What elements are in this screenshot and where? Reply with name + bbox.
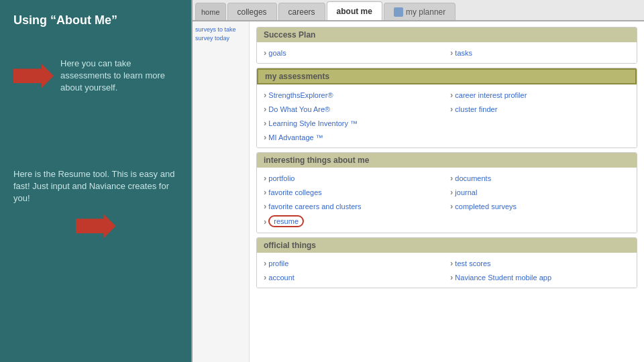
completed-surveys-link[interactable]: completed surveys bbox=[450, 200, 630, 213]
browser-panel: home colleges careers about me my planne… bbox=[191, 0, 644, 362]
favorite-careers-link[interactable]: favorite careers and clusters bbox=[264, 200, 443, 213]
success-plan-header: Success Plan bbox=[257, 27, 637, 42]
empty-cell-1 bbox=[450, 117, 630, 129]
test-scores-link[interactable]: test scores bbox=[450, 257, 630, 269]
browser-tabs: home colleges careers about me my planne… bbox=[193, 0, 644, 21]
tab-home[interactable]: home bbox=[195, 3, 226, 20]
tab-careers[interactable]: careers bbox=[278, 3, 325, 20]
success-plan-section: Success Plan goals tasks bbox=[256, 27, 637, 64]
goals-link[interactable]: goals bbox=[264, 46, 443, 59]
assessments-header: my assessments bbox=[257, 68, 637, 84]
interesting-header: interesting things about me bbox=[257, 153, 637, 168]
learning-style-link[interactable]: Learning Style Inventory ™ bbox=[264, 117, 443, 129]
resume-highlight: resume bbox=[268, 215, 304, 227]
sidebar-nav: surveys to take survey today bbox=[193, 21, 250, 362]
desc-1: Here you can take assessments to learn m… bbox=[60, 58, 178, 95]
arrow-icon-2 bbox=[76, 214, 116, 238]
resume-link[interactable]: resume bbox=[264, 214, 443, 229]
portfolio-link[interactable]: portfolio bbox=[264, 172, 443, 184]
career-interest-link[interactable]: career interest profiler bbox=[450, 88, 630, 101]
main-content: Success Plan goals tasks my assessments … bbox=[250, 21, 644, 362]
mi-advantage-link[interactable]: MI Advantage ™ bbox=[264, 131, 443, 143]
arrow-section-1: Here you can take assessments to learn m… bbox=[13, 58, 178, 95]
cluster-finder-link[interactable]: cluster finder bbox=[450, 103, 630, 115]
arrow-icon-1 bbox=[13, 64, 54, 88]
interesting-section: interesting things about me portfolio do… bbox=[256, 152, 637, 233]
success-plan-body: goals tasks bbox=[257, 42, 637, 63]
arrow-section-2: Here is the Resume tool. This is easy an… bbox=[13, 168, 178, 239]
do-what-you-are-link[interactable]: Do What You Are® bbox=[264, 103, 443, 115]
surveys-title: surveys to take bbox=[195, 25, 246, 34]
naviance-mobile-link[interactable]: Naviance Student mobile app bbox=[450, 271, 630, 284]
favorite-colleges-link[interactable]: favorite colleges bbox=[264, 186, 443, 198]
tab-colleges[interactable]: colleges bbox=[227, 3, 277, 20]
left-panel: Using “About Me” Here you can take asses… bbox=[0, 0, 191, 362]
official-section: official things profile test scores acco… bbox=[256, 237, 637, 288]
account-link[interactable]: account bbox=[264, 271, 443, 284]
empty-cell-3 bbox=[450, 214, 630, 229]
assessments-body: StrengthsExplorer® career interest profi… bbox=[257, 84, 637, 147]
intro-block: Using “About Me” bbox=[13, 13, 178, 31]
interesting-body: portfolio documents favorite colleges jo… bbox=[257, 168, 637, 233]
documents-link[interactable]: documents bbox=[450, 172, 630, 184]
profile-link[interactable]: profile bbox=[264, 257, 443, 269]
tab-my-planner[interactable]: my planner bbox=[384, 3, 455, 20]
tasks-link[interactable]: tasks bbox=[450, 46, 630, 59]
journal-link[interactable]: journal bbox=[450, 186, 630, 198]
planner-icon bbox=[394, 7, 403, 17]
assessments-section: my assessments StrengthsExplorer® career… bbox=[256, 68, 637, 148]
official-body: profile test scores account Naviance Stu… bbox=[257, 253, 637, 288]
main-title: Using “About Me” bbox=[13, 13, 178, 27]
official-header: official things bbox=[257, 238, 637, 253]
strengths-explorer-link[interactable]: StrengthsExplorer® bbox=[264, 88, 443, 101]
survey-item[interactable]: survey today bbox=[195, 34, 246, 43]
tab-about-me[interactable]: about me bbox=[327, 1, 382, 20]
empty-cell-2 bbox=[450, 131, 630, 143]
content-area: surveys to take survey today Success Pla… bbox=[193, 21, 644, 362]
desc-2: Here is the Resume tool. This is easy an… bbox=[13, 168, 178, 205]
